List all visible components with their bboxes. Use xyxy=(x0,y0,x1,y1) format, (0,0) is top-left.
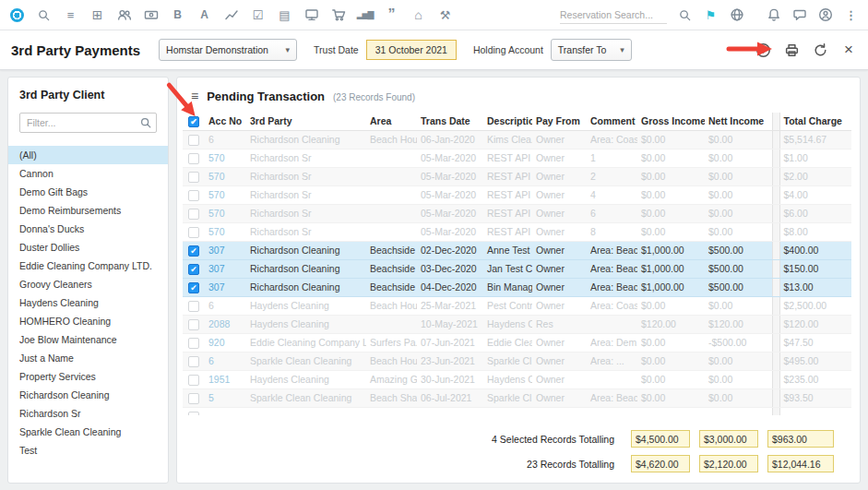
sidebar-item[interactable]: Sparkle Clean Cleaning xyxy=(8,423,168,441)
row-checkbox[interactable]: ✔ xyxy=(188,282,199,293)
building-icon[interactable]: ⌂ xyxy=(410,7,426,23)
refresh-icon[interactable] xyxy=(812,42,828,58)
more-icon[interactable]: ⋮ xyxy=(843,7,859,23)
sidebar-item[interactable]: HOMHERO Cleaning xyxy=(8,312,168,330)
grid-scrollbar[interactable] xyxy=(772,241,779,259)
sidebar-item[interactable]: Richardson Cleaning xyxy=(8,386,168,404)
sidebar-item[interactable]: Test xyxy=(8,441,168,460)
grid-scrollbar[interactable] xyxy=(772,204,779,222)
row-checkbox[interactable] xyxy=(188,153,199,164)
cart-icon[interactable] xyxy=(330,7,346,23)
table-row[interactable]: 2088Haydens Cleaning10-May-2021Haydens C… xyxy=(183,315,851,333)
reservation-search-input[interactable] xyxy=(560,9,667,20)
tools-icon[interactable]: ⚒ xyxy=(437,7,453,23)
acc-no-link[interactable]: 6 xyxy=(205,352,246,370)
sidebar-item[interactable]: Property Services xyxy=(8,367,168,386)
sidebar-item[interactable]: Demo Gift Bags xyxy=(8,183,168,201)
sidebar-item[interactable]: (All) xyxy=(8,146,168,164)
table-row[interactable]: 920Eddie Cleaning Company LTD.Surfers Pa… xyxy=(183,333,851,352)
column-header[interactable]: Pay From xyxy=(532,113,587,130)
acc-no-link[interactable]: 570 xyxy=(205,204,246,222)
report-icon[interactable]: ▂▅▇ xyxy=(357,7,373,23)
quote-icon[interactable]: ” xyxy=(384,7,399,23)
table-row[interactable]: 570Richardson Sr05-Mar-2020REST API - ..… xyxy=(183,204,851,222)
acc-no-link[interactable]: 1951 xyxy=(205,370,246,388)
sidebar-item[interactable]: Duster Dollies xyxy=(8,238,168,257)
filter-input[interactable] xyxy=(19,113,157,133)
sidebar-item[interactable]: Joe Blow Maintenance xyxy=(8,330,168,349)
table-row[interactable]: ✔307Richardson CleaningBeachside ...04-D… xyxy=(183,278,851,296)
table-row[interactable]: 6Haydens CleaningBeach Hou...25-Mar-2021… xyxy=(183,296,851,315)
checklist-icon[interactable]: ☑ xyxy=(250,7,266,23)
payments-icon[interactable] xyxy=(143,7,159,23)
row-checkbox[interactable] xyxy=(188,338,199,349)
acc-no-link[interactable]: 570 xyxy=(205,222,246,241)
acc-no-link[interactable]: 920 xyxy=(205,333,246,352)
grid-scrollbar[interactable] xyxy=(772,296,779,315)
acc-no-link[interactable]: 5 xyxy=(205,388,246,407)
table-row[interactable]: 6Sparkle Clean CleaningBeach Hou...23-Ju… xyxy=(183,352,851,370)
globe-icon[interactable] xyxy=(729,7,744,23)
grid-scrollbar[interactable] xyxy=(772,388,779,407)
grid-scrollbar[interactable] xyxy=(772,315,779,333)
column-header[interactable]: Total Charge xyxy=(779,113,851,130)
column-header[interactable]: Acc No xyxy=(205,113,246,130)
grid-scrollbar[interactable] xyxy=(772,185,779,204)
sidebar-item[interactable]: Demo Reimbursements xyxy=(8,201,168,220)
grid-scrollbar[interactable] xyxy=(772,333,779,352)
acc-no-link[interactable]: 570 xyxy=(205,185,246,204)
table-row[interactable]: 570Richardson Sr05-Mar-2020REST API - ..… xyxy=(183,185,851,204)
row-checkbox[interactable]: ✔ xyxy=(188,245,199,257)
column-header[interactable]: Trans Date xyxy=(417,113,483,130)
acc-no-link[interactable]: 570 xyxy=(205,149,246,167)
table-row[interactable]: 570Richardson Sr05-Mar-2020REST API - ..… xyxy=(183,167,851,185)
acc-no-link[interactable]: 307 xyxy=(205,259,246,278)
people-icon[interactable] xyxy=(116,7,132,23)
sidebar-item[interactable]: Groovy Cleaners xyxy=(8,275,168,293)
trust-date-input[interactable]: 31 October 2021 xyxy=(366,40,457,60)
sidebar-item[interactable]: Richardson Sr xyxy=(8,404,168,423)
row-checkbox[interactable] xyxy=(188,135,199,146)
row-checkbox[interactable] xyxy=(188,301,199,312)
row-checkbox[interactable]: ✔ xyxy=(188,264,199,275)
app-icon[interactable] xyxy=(9,7,25,23)
table-row[interactable]: 570Richardson Sr05-Mar-2020REST API - ..… xyxy=(183,222,851,241)
row-checkbox[interactable] xyxy=(188,375,199,386)
grid-icon[interactable]: ⊞ xyxy=(89,7,105,23)
row-checkbox[interactable] xyxy=(188,319,199,330)
monitor-icon[interactable] xyxy=(303,7,319,23)
chart-icon[interactable] xyxy=(223,7,239,23)
grid-scrollbar[interactable] xyxy=(772,113,779,130)
search-icon[interactable] xyxy=(36,7,52,23)
company-select[interactable]: Homstar Demonstration ▾ xyxy=(159,39,297,61)
sidebar-item[interactable]: Cannon xyxy=(8,164,168,183)
bell-icon[interactable] xyxy=(766,7,781,23)
sidebar-item[interactable]: Haydens Cleaning xyxy=(8,293,168,312)
sidebar-item[interactable]: Donna's Ducks xyxy=(8,220,168,238)
grid-scrollbar[interactable] xyxy=(772,167,779,185)
grid-scrollbar[interactable] xyxy=(772,370,779,388)
column-header[interactable]: Description xyxy=(483,113,532,130)
grid-scrollbar[interactable] xyxy=(772,407,779,415)
search-icon[interactable] xyxy=(677,7,693,23)
flag-icon[interactable]: ⚑ xyxy=(703,7,719,23)
column-header[interactable]: Comment xyxy=(587,113,637,130)
grid-scrollbar[interactable] xyxy=(772,222,779,241)
user-icon[interactable] xyxy=(817,7,833,23)
grid-scrollbar[interactable] xyxy=(772,259,779,278)
sidebar-item[interactable]: Just a Name xyxy=(8,349,168,367)
grid-scrollbar[interactable] xyxy=(772,130,779,149)
table-row[interactable]: ✔307Richardson CleaningBeachside ...03-D… xyxy=(183,259,851,278)
close-icon[interactable]: × xyxy=(840,42,857,58)
table-row[interactable]: 570Richardson Sr05-Mar-2020REST API - ..… xyxy=(183,149,851,167)
table-row[interactable]: 5Sparkle Clean CleaningBeach Shack06-Jul… xyxy=(183,388,851,407)
acc-no-link[interactable]: 307 xyxy=(205,241,246,259)
column-header[interactable]: Gross Income xyxy=(637,113,705,130)
acc-no-link[interactable]: 570 xyxy=(205,167,246,185)
grid-scrollbar[interactable] xyxy=(772,149,779,167)
table-row[interactable]: 6Richardson CleaningBeach Hou...06-Jan-2… xyxy=(183,130,851,149)
row-checkbox[interactable] xyxy=(188,412,199,415)
row-checkbox[interactable] xyxy=(188,227,199,238)
acc-no-link[interactable]: 307 xyxy=(205,278,246,296)
grid-scrollbar[interactable] xyxy=(772,278,779,296)
